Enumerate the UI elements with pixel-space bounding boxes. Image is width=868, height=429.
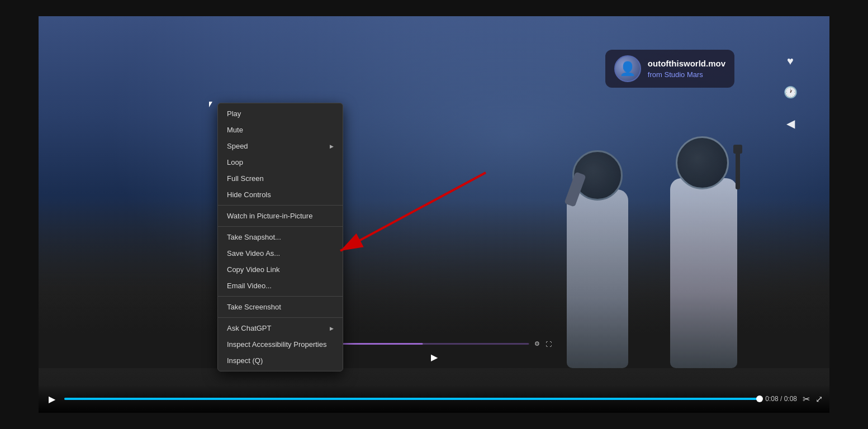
context-menu: Play Mute Speed Loop Full Screen Hide Co… <box>217 103 343 371</box>
share-button[interactable]: ◀ <box>779 112 801 135</box>
bottom-controls-bar: ▶ 0:08 / 0:08 ✂ ⤢ <box>39 385 829 413</box>
progress-bar[interactable] <box>64 398 760 400</box>
menu-item-inspect[interactable]: Inspect (Q) <box>218 352 343 369</box>
like-button[interactable]: ♥ <box>779 50 801 72</box>
info-text: outofthisworld.mov from Studio Mars <box>648 59 725 79</box>
separator-2 <box>218 226 343 227</box>
menu-item-play[interactable]: Play <box>218 106 343 122</box>
menu-item-speed[interactable]: Speed <box>218 138 343 154</box>
scissors-icon[interactable]: ✂ <box>803 394 810 404</box>
right-sidebar-icons: ♥ 🕐 ◀ <box>779 50 801 135</box>
info-card: 👤 outofthisworld.mov from Studio Mars <box>605 50 734 88</box>
menu-item-inspect-accessibility[interactable]: Inspect Accessibility Properties <box>218 336 343 352</box>
menu-item-hide-controls[interactable]: Hide Controls <box>218 187 343 203</box>
progress-fill <box>64 398 760 400</box>
progress-thumb <box>756 395 763 402</box>
separator-1 <box>218 205 343 206</box>
time-display: 0:08 / 0:08 <box>765 395 797 403</box>
menu-item-copy-video-link[interactable]: Copy Video Link <box>218 261 343 278</box>
video-source: from Studio Mars <box>648 70 725 79</box>
menu-item-save-video-as[interactable]: Save Video As... <box>218 245 343 261</box>
video-title: outofthisworld.mov <box>648 59 725 68</box>
menu-item-email-video[interactable]: Email Video... <box>218 278 343 294</box>
outer-frame: 👤 outofthisworld.mov from Studio Mars ♥ … <box>0 0 868 429</box>
menu-item-take-snapshot[interactable]: Take Snapshot... <box>218 229 343 245</box>
separator-3 <box>218 296 343 297</box>
avatar: 👤 <box>614 55 641 82</box>
inner-video-controls: ⚙ ⛶ ▶ <box>316 340 552 363</box>
fullscreen-icon[interactable]: ⤢ <box>815 394 823 404</box>
menu-item-take-screenshot[interactable]: Take Screenshot <box>218 299 343 315</box>
menu-item-mute[interactable]: Mute <box>218 122 343 138</box>
video-player: 👤 outofthisworld.mov from Studio Mars ♥ … <box>39 16 829 413</box>
menu-item-pip[interactable]: Watch in Picture-in-Picture <box>218 208 343 224</box>
menu-item-loop[interactable]: Loop <box>218 154 343 170</box>
separator-4 <box>218 317 343 318</box>
play-button[interactable]: ▶ <box>45 394 59 404</box>
right-controls: ✂ ⤢ <box>803 394 823 404</box>
history-button[interactable]: 🕐 <box>779 81 801 103</box>
menu-item-ask-chatgpt[interactable]: Ask ChatGPT <box>218 320 343 336</box>
menu-item-fullscreen[interactable]: Full Screen <box>218 170 343 187</box>
